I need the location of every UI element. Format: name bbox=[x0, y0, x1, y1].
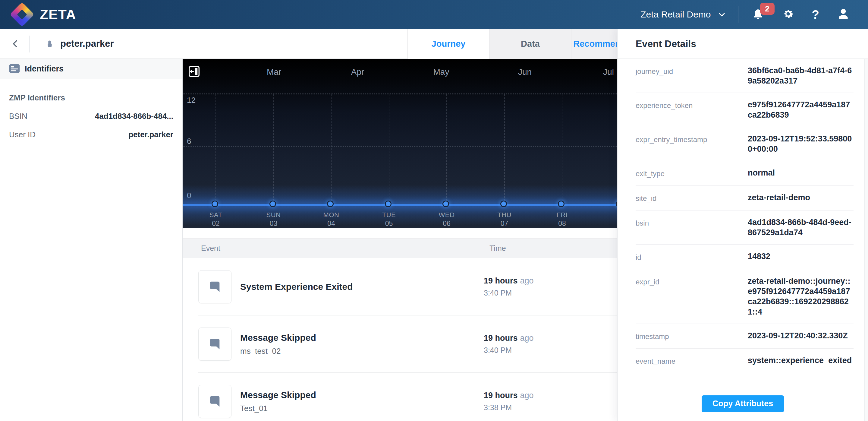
detail-field-label: expr_entry_timestamp bbox=[636, 133, 748, 154]
navbar-divider bbox=[738, 6, 738, 23]
timeline-point[interactable] bbox=[442, 201, 449, 207]
tab-data[interactable]: Data bbox=[490, 29, 571, 59]
detail-field-row: journey_uid 36bf6ca0-ba6b-4d81-a7f4-69a5… bbox=[636, 59, 854, 93]
day-date-label: 06 bbox=[443, 219, 451, 228]
timeline-point[interactable] bbox=[500, 201, 507, 207]
detail-field-row: site_id zeta-retail-demo bbox=[636, 186, 854, 210]
copy-attributes-button[interactable]: Copy Attributes bbox=[702, 395, 784, 412]
day-name-label: WED bbox=[439, 211, 455, 219]
identifiers-sidebar: Identifiers ZMP Identifiers BSIN 4ad1d83… bbox=[0, 59, 183, 421]
profile-button[interactable] bbox=[837, 7, 850, 22]
table-row[interactable]: Message Skipped ms_test_02 19 hoursago 3… bbox=[183, 315, 617, 373]
journey-timeline-chart: Mar Apr May Jun Jul 12 6 0 SAT bbox=[183, 59, 617, 228]
help-button[interactable]: ? bbox=[812, 8, 819, 21]
identifier-label: BSIN bbox=[9, 112, 27, 121]
detail-field-value: 2023-09-12T20:40:32.330Z bbox=[748, 331, 854, 342]
day-date-label: 03 bbox=[270, 219, 278, 228]
events-table: Event Time System Experience Exited 19 h… bbox=[183, 228, 617, 421]
detail-field-value: 4ad1d834-866b-484d-9eed-867529a1da74 bbox=[748, 217, 854, 238]
timeline-point[interactable] bbox=[212, 201, 218, 207]
identifier-list: BSIN 4ad1d834-866b-484... User ID peter.… bbox=[9, 112, 173, 139]
day-name-label: THU bbox=[497, 211, 512, 219]
month-tick-label: Jul bbox=[603, 67, 614, 77]
detail-field-label: bsin bbox=[636, 217, 748, 238]
detail-field-row: expr_entry_timestamp 2023-09-12T19:52:33… bbox=[636, 127, 854, 161]
identifier-row: BSIN 4ad1d834-866b-484... bbox=[9, 112, 173, 121]
detail-field-value: normal bbox=[748, 168, 854, 179]
event-subtitle: ms_test_02 bbox=[240, 347, 316, 356]
event-time: 19 hoursago 3:38 PM bbox=[484, 391, 534, 412]
detail-field-label: experience_token bbox=[636, 99, 748, 120]
event-subtitle: Test_01 bbox=[240, 404, 316, 413]
user-avatar-icon bbox=[837, 7, 850, 22]
detail-field-label: event_name bbox=[636, 355, 748, 366]
settings-button[interactable] bbox=[782, 7, 795, 22]
detail-field-label: site_id bbox=[636, 192, 748, 204]
detail-field-label: timestamp bbox=[636, 331, 748, 342]
event-text: Message Skipped ms_test_02 bbox=[240, 333, 316, 356]
month-tick-label: May bbox=[433, 67, 450, 77]
identifier-row: User ID peter.parker bbox=[9, 130, 173, 139]
month-tick-label: Jun bbox=[518, 67, 532, 77]
page-title: peter.parker bbox=[60, 38, 114, 49]
month-tick-label: Apr bbox=[351, 67, 364, 77]
table-row[interactable]: System Experience Exited 19 hoursago 3:4… bbox=[183, 258, 617, 315]
brand[interactable]: ZETA bbox=[13, 6, 76, 23]
chevron-down-icon bbox=[718, 10, 726, 19]
chat-bubble-icon bbox=[208, 337, 222, 351]
gear-icon bbox=[782, 7, 795, 22]
day-gridline bbox=[389, 94, 390, 204]
person-icon bbox=[45, 39, 54, 48]
tab-journey[interactable]: Journey bbox=[407, 29, 490, 59]
y-tick-6: 6 bbox=[187, 137, 191, 146]
event-clock-time: 3:40 PM bbox=[484, 289, 534, 297]
day-name-label: TUE bbox=[382, 211, 396, 219]
day-date-label: 08 bbox=[558, 219, 566, 228]
timeline-point[interactable] bbox=[327, 201, 334, 207]
day-date-label: 02 bbox=[212, 219, 220, 228]
event-icon-card bbox=[198, 385, 231, 418]
detail-field-label: expr_id bbox=[636, 276, 748, 317]
event-relative-time: 19 hours bbox=[484, 276, 518, 285]
id-card-icon bbox=[9, 64, 20, 74]
identifier-value: 4ad1d834-866b-484... bbox=[95, 112, 173, 121]
identifier-label: User ID bbox=[9, 130, 36, 139]
event-relative-time: 19 hours bbox=[484, 334, 518, 342]
topnav-right: Zeta Retail Demo 2 ? bbox=[641, 6, 855, 23]
event-title: Message Skipped bbox=[240, 333, 316, 343]
column-header-event: Event bbox=[201, 244, 220, 253]
day-gridline bbox=[216, 94, 216, 204]
timeline-point[interactable] bbox=[270, 201, 276, 207]
detail-field-value: e975f912647772a4459a187ca22b6839 bbox=[748, 99, 854, 120]
detail-field-value: 2023-09-12T19:52:33.598000+00:00 bbox=[748, 133, 854, 154]
back-button[interactable] bbox=[11, 39, 20, 49]
y-tick-12: 12 bbox=[187, 96, 195, 105]
identifier-value: peter.parker bbox=[128, 130, 173, 139]
day-gridline bbox=[331, 94, 332, 204]
timeline-point[interactable] bbox=[558, 201, 564, 207]
event-clock-time: 3:40 PM bbox=[484, 346, 534, 355]
detail-field-value: 36bf6ca0-ba6b-4d81-a7f4-69a58202a317 bbox=[748, 65, 854, 86]
day-gridline bbox=[562, 94, 562, 204]
account-switcher[interactable]: Zeta Retail Demo bbox=[641, 9, 726, 20]
event-title: System Experience Exited bbox=[240, 282, 353, 292]
month-tick-label: Mar bbox=[267, 67, 281, 77]
tab-bar: Journey Data Recommendations bbox=[407, 29, 653, 59]
timeline-point[interactable] bbox=[385, 201, 392, 207]
collapse-panel-icon[interactable] bbox=[189, 66, 199, 77]
chat-bubble-icon bbox=[208, 394, 222, 408]
event-relative-suffix: ago bbox=[520, 276, 534, 285]
day-gridline bbox=[446, 94, 447, 204]
day-gridline bbox=[273, 94, 274, 204]
header-divider bbox=[29, 36, 30, 53]
account-name: Zeta Retail Demo bbox=[641, 9, 711, 20]
notification-badge: 2 bbox=[760, 3, 775, 15]
table-row[interactable]: Message Skipped Test_01 19 hoursago 3:38… bbox=[183, 373, 617, 421]
detail-field-value: zeta-retail-demo::journey::e975f91264777… bbox=[748, 276, 854, 317]
notifications-button[interactable]: 2 bbox=[752, 7, 764, 22]
app-root: ZETA Zeta Retail Demo 2 bbox=[0, 0, 868, 421]
panel-scrollbar[interactable] bbox=[864, 59, 868, 421]
day-gridline bbox=[504, 94, 505, 204]
zeta-logo-icon bbox=[10, 2, 34, 27]
detail-field-row: timestamp 2023-09-12T20:40:32.330Z bbox=[636, 324, 854, 349]
